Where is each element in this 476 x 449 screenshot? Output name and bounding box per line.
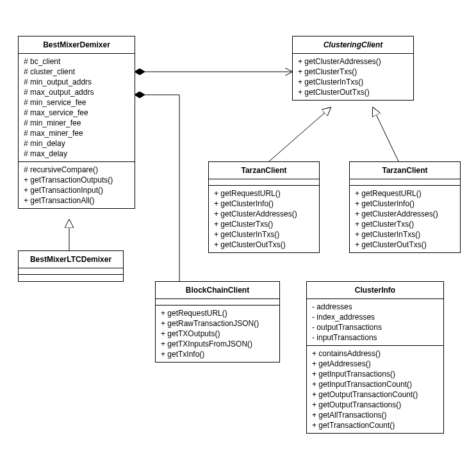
op: + getAllTransactions() — [312, 410, 438, 420]
class-title: BestMixerLTCDemixer — [19, 251, 123, 268]
attr: # bc_client — [24, 56, 129, 67]
op: + getRequestURL() — [355, 188, 455, 199]
op: + getClusterInTxs() — [214, 229, 314, 240]
op: + getClusterInTxs() — [298, 77, 408, 87]
op: + getRequestURL() — [214, 188, 314, 199]
class-clusterinfo: ClusterInfo - addresses - index_addresse… — [306, 281, 444, 434]
attr: # max_delay — [24, 149, 129, 159]
attr: - outputTransactions — [312, 322, 438, 332]
attr: # max_output_addrs — [24, 87, 129, 97]
op: + getClusterInfo() — [214, 199, 314, 209]
op: + getClusterTxs() — [355, 219, 455, 229]
ops-section: + getRequestURL() + getRawTransactionJSO… — [156, 306, 279, 362]
op: + getClusterOutTxs() — [298, 87, 408, 97]
class-clusteringclient: ClusteringClient + getClusterAddresses()… — [292, 36, 414, 101]
class-title: BestMixerDemixer — [19, 37, 135, 54]
ops-section — [19, 275, 123, 281]
op: + getTXInputsFromJSON() — [161, 339, 274, 349]
class-bestmixerltcdemixer: BestMixerLTCDemixer — [18, 250, 124, 282]
op: + getOutputTransactions() — [312, 400, 438, 410]
attr: # min_miner_fee — [24, 118, 129, 128]
attr: # cluster_client — [24, 67, 129, 77]
op: + getClusterInfo() — [355, 199, 455, 209]
op: # recursiveCompare() — [24, 165, 129, 175]
class-bestmixerdemixer: BestMixerDemixer # bc_client # cluster_c… — [18, 36, 135, 209]
ops-section: + containsAddress() + getAddresses() + g… — [307, 346, 443, 433]
attr: - addresses — [312, 302, 438, 312]
class-tarzanclient-2: TarzanClient + getRequestURL() + getClus… — [349, 161, 461, 253]
attrs-section — [350, 179, 460, 186]
ops-section: # recursiveCompare() + getTransactionOut… — [19, 162, 135, 208]
attrs-section — [209, 179, 319, 186]
attrs-section: # bc_client # cluster_client # min_outpu… — [19, 54, 135, 162]
class-title: TarzanClient — [350, 162, 460, 179]
assoc-bestmixer-to-blockchainclient — [135, 95, 179, 281]
class-tarzanclient-1: TarzanClient + getRequestURL() + getClus… — [208, 161, 320, 253]
op: + getClusterTxs() — [214, 219, 314, 229]
attr: # max_miner_fee — [24, 128, 129, 138]
ops-section: + getRequestURL() + getClusterInfo() + g… — [350, 186, 460, 252]
op: + getClusterAddresses() — [214, 209, 314, 219]
attr: # min_delay — [24, 138, 129, 149]
op: + getTxInfo() — [161, 349, 274, 359]
attr: - inputTransactions — [312, 332, 438, 343]
class-blockchainclient: BlockChainClient + getRequestURL() + get… — [155, 281, 280, 363]
op: + containsAddress() — [312, 348, 438, 359]
op: + getTransactionCount() — [312, 420, 438, 430]
gen-tarzan2-to-clustering — [373, 108, 398, 161]
class-title: ClusteringClient — [293, 37, 413, 54]
attrs-section: - addresses - index_addresses - outputTr… — [307, 299, 443, 346]
attrs-section — [19, 268, 123, 275]
op: + getTXOutputs() — [161, 329, 274, 339]
op: + getInputTransactions() — [312, 369, 438, 379]
op: + getClusterOutTxs() — [355, 240, 455, 250]
op: + getOutputTransactionCount() — [312, 389, 438, 400]
attr: # max_service_fee — [24, 108, 129, 118]
attrs-section — [156, 299, 279, 306]
ops-section: + getClusterAddresses() + getClusterTxs(… — [293, 54, 413, 100]
attr: - index_addresses — [312, 312, 438, 322]
class-title: BlockChainClient — [156, 282, 279, 299]
class-title: TarzanClient — [209, 162, 319, 179]
op: + getClusterAddresses() — [355, 209, 455, 219]
attr: # min_service_fee — [24, 97, 129, 108]
op: + getClusterAddresses() — [298, 56, 408, 67]
op: + getTransactionAll() — [24, 195, 129, 206]
op: + getTransactionInput() — [24, 185, 129, 195]
op: + getAddresses() — [312, 359, 438, 369]
class-title: ClusterInfo — [307, 282, 443, 299]
op: + getRawTransactionJSON() — [161, 318, 274, 329]
op: + getTransactionOutputs() — [24, 175, 129, 185]
op: + getInputTransactionCount() — [312, 379, 438, 389]
op: + getRequestURL() — [161, 308, 274, 318]
op: + getClusterTxs() — [298, 67, 408, 77]
op: + getClusterOutTxs() — [214, 240, 314, 250]
ops-section: + getRequestURL() + getClusterInfo() + g… — [209, 186, 319, 252]
op: + getClusterInTxs() — [355, 229, 455, 240]
attr: # min_output_addrs — [24, 77, 129, 87]
gen-tarzan1-to-clustering — [269, 108, 331, 161]
